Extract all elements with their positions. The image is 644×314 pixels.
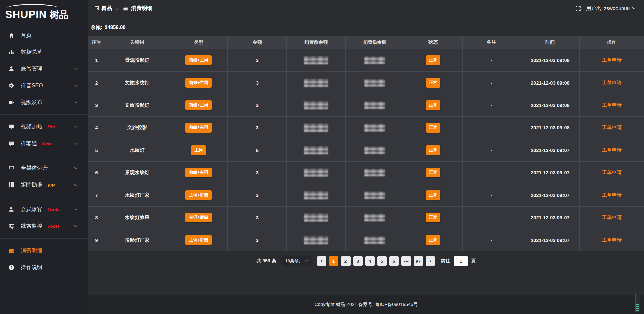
cell-keyword: 水纹灯厂家 [105,184,169,206]
sidebar-item-video-publish[interactable]: 视频发布 [0,94,88,111]
sidebar-item-member-baoke[interactable]: 会员爆客 Tools [0,201,88,218]
work-order-link[interactable]: 工单申请 [602,125,622,130]
sidebar-item-account-manage[interactable]: 账号管理 [0,60,88,77]
cell-note: - [462,139,521,161]
sidebar-item-video-heat[interactable]: 视频加热 Hot [0,118,88,135]
sidebar-item-label: 数据总览 [21,49,42,56]
sidebar-item-douyin-seo[interactable]: 抖音SEO [0,77,88,94]
table-row: 9 投影灯厂家 主词+后缀 3 正常 - 2021-12-03 09:07 工单… [88,229,644,251]
redacted-value [304,169,328,177]
question-icon: ? [8,264,15,271]
logo-text-en: SHUPIN [5,9,47,21]
page-button-3[interactable]: 3 [353,256,363,266]
cell-action: 工单申请 [580,71,644,94]
sidebar-item-clue-monitor[interactable]: 线索监控 Tools [0,218,88,234]
work-order-link[interactable]: 工单申请 [602,57,622,63]
work-order-link[interactable]: 工单申请 [602,170,622,175]
work-order-link[interactable]: 工单申请 [602,147,622,153]
sidebar-item-tag: Hot [47,124,55,129]
cell-amount: 3 [228,229,287,251]
sidebar-item-label: 线索监控 [21,223,42,230]
column-header: 状态 [404,36,462,49]
sidebar-item-tag: New [42,141,52,146]
sidebar-item-douketong[interactable]: 抖客通 New [0,135,88,152]
topbar-right: 用户名: zswodun88 [575,5,636,12]
sidebar-item-media-operation[interactable]: 全媒体运营 [0,160,88,176]
status-badge: 正常 [426,55,440,65]
work-order-link[interactable]: 工单申请 [602,102,622,108]
cell-amount: 3 [228,206,287,229]
cell-type: 前缀+主词 [169,161,228,184]
chevron-down-icon [74,84,78,88]
page-button-2[interactable]: 2 [341,256,351,266]
breadcrumb-root[interactable]: 树品 [101,5,112,12]
column-header: 关键词 [105,36,169,49]
sidebar-item-label: 账号管理 [21,65,42,72]
page-button-6[interactable]: 6 [389,256,399,266]
mini-scroll-widget[interactable] [635,293,640,312]
sidebar-item-label: 操作说明 [21,264,42,271]
more-pages-button[interactable]: ••• [401,256,411,266]
balance: 余额:24856.00 [88,17,644,36]
column-header: 扣费前余额 [287,36,346,49]
page-button-4[interactable]: 4 [365,256,375,266]
fullscreen-icon[interactable] [575,6,581,11]
page-button-97[interactable]: 97 [414,256,423,266]
cell-index: 4 [88,116,105,139]
cell-balance-before [287,184,346,206]
table-row: 1 景观投影灯 前缀+主词 3 正常 - 2021-12-03 09:08 工单… [88,49,644,71]
cell-index: 2 [88,71,105,94]
cell-type: 主词+后缀 [169,184,228,206]
chevron-down-icon [74,142,78,146]
sidebar-item-matrix-boost[interactable]: 矩阵助推 VIP [0,176,88,193]
work-order-link[interactable]: 工单申请 [602,237,622,243]
next-page-button[interactable]: › [426,256,435,266]
column-header: 序号 [88,36,105,49]
cell-note: - [462,161,521,184]
cell-action: 工单申请 [580,161,644,184]
sidebar-item-consumption-detail[interactable]: 消费明细 [0,242,88,259]
sidebar-item-home[interactable]: 首页 [0,27,88,44]
goto-page: 前往 页 [441,256,476,266]
sidebar-divider [0,238,88,239]
cell-keyword: 投影灯厂家 [105,229,169,251]
goto-page-input[interactable] [454,256,468,266]
cell-status: 正常 [404,116,462,139]
table-row: 8 水纹灯效果 主词+后缀 3 正常 - 2021-12-03 09:07 工单… [88,206,644,229]
consumption-table: 序号关键词类型金额扣费前余额扣费后余额状态备注时间操作 1 景观投影灯 前缀+主… [88,36,644,251]
cell-balance-after [345,229,404,251]
svg-text:?: ? [10,265,13,269]
chevron-down-icon [74,224,78,228]
page-button-5[interactable]: 5 [377,256,387,266]
logo-arc [7,4,58,8]
cell-balance-before [287,94,346,116]
page-button-1[interactable]: 1 [329,256,338,266]
sidebar-item-instructions[interactable]: ? 操作说明 [0,259,88,276]
work-order-link[interactable]: 工单申请 [602,80,622,85]
sidebar-item-tag: Tools [47,207,60,212]
page-size-select[interactable]: 10条/页 [281,256,312,266]
copyright-text: Copyright 树品 2021 备案号: 粤ICP备09019646号 [314,302,418,308]
cell-keyword: 景观投影灯 [105,49,169,71]
balance-label: 余额: [91,24,102,30]
cell-keyword: 水纹灯效果 [105,206,169,229]
sidebar-item-data-overview[interactable]: 数据总览 [0,44,88,60]
column-header: 金额 [228,36,287,49]
pagination-total: 共 969 条 [256,258,276,264]
cell-balance-after [345,94,404,116]
table-row: 2 文旅水纹灯 前缀+主词 3 正常 - 2021-12-03 09:08 工单… [88,71,644,94]
status-badge: 正常 [426,100,440,110]
cell-balance-before [287,139,346,161]
breadcrumb-separator: > [116,6,119,11]
sidebar-item-label: 抖客通 [21,140,37,147]
prev-page-button[interactable]: ‹ [317,256,326,266]
sidebar-item-tag: Tools [47,224,60,229]
table-row: 4 文旅投影 前缀+主词 3 正常 - 2021-12-03 09:08 工单申… [88,116,644,139]
cell-balance-before [287,71,346,94]
work-order-link[interactable]: 工单申请 [602,215,622,220]
chevron-down-icon [74,207,78,212]
chevron-down-icon [74,100,78,105]
user-menu[interactable]: 用户名: zswodun88 [586,5,636,12]
work-order-link[interactable]: 工单申请 [602,192,622,198]
balance-value: 24856.00 [105,24,126,30]
